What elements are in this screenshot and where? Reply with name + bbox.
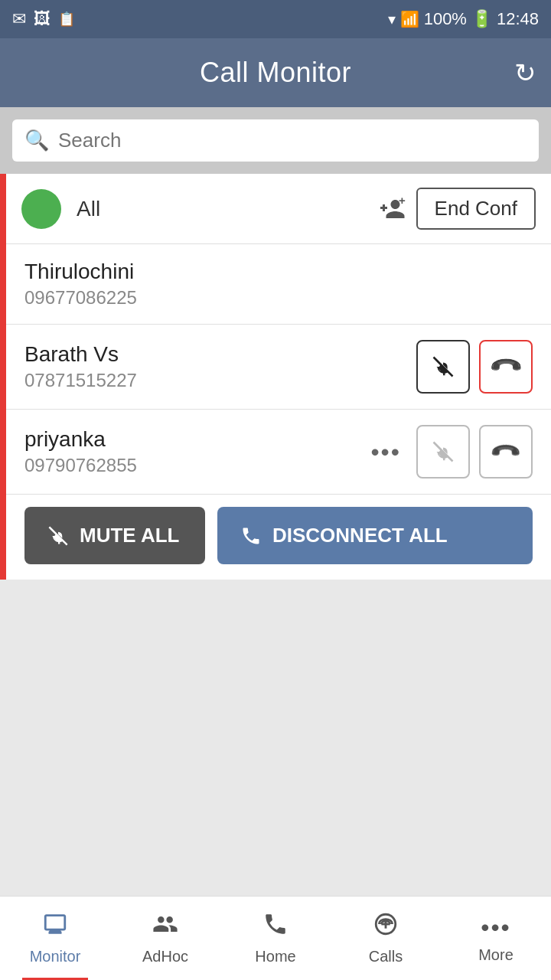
call-name-3: priyanka (24, 427, 370, 452)
disconnect-all-label: DISCONNECT ALL (272, 524, 448, 547)
wifi-icon: ▾ (388, 10, 396, 28)
hangup-button-2[interactable]: 📞 (479, 340, 533, 394)
call-actions-3: ••• 📞 (370, 425, 533, 479)
hangup-button-3[interactable]: 📞 (479, 425, 533, 479)
clock: 12:48 (497, 9, 539, 29)
call-actions-2: 📞 (416, 340, 533, 394)
call-info-3: priyanka 09790762855 (24, 427, 370, 476)
page-title: Call Monitor (200, 57, 351, 89)
search-input[interactable] (58, 129, 527, 152)
mute-all-label: MUTE ALL (80, 524, 179, 547)
calls-icon (373, 911, 399, 943)
nav-more-label: More (478, 946, 514, 964)
search-icon: 🔍 (24, 129, 49, 152)
nav-home[interactable]: Home (220, 897, 331, 980)
nav-adhoc-label: AdHoc (142, 948, 188, 965)
image-icon: 🖼 (34, 9, 51, 29)
log-icon: 📋 (58, 11, 75, 28)
conference-panel: All + End Conf Thirulochini 09677086225 … (0, 174, 551, 580)
adhoc-icon (152, 911, 178, 943)
call-number-2: 07871515227 (24, 370, 416, 391)
call-entry-thirulochini: Thirulochini 09677086225 (6, 244, 551, 325)
bottom-action-buttons: MUTE ALL DISCONNECT ALL (6, 495, 551, 580)
conf-header-actions: + End Conf (378, 188, 536, 230)
end-conf-button[interactable]: End Conf (416, 188, 536, 230)
nav-monitor-label: Monitor (30, 948, 81, 965)
nav-calls[interactable]: Calls (331, 897, 441, 980)
home-icon (262, 911, 289, 943)
call-name-1: Thirulochini (24, 260, 533, 284)
call-info-2: Barath Vs 07871515227 (24, 342, 416, 391)
nav-more[interactable]: ••• More (441, 897, 551, 980)
bottom-navigation: Monitor AdHoc Home Calls (0, 896, 551, 980)
nav-adhoc[interactable]: AdHoc (110, 897, 220, 980)
monitor-icon (42, 911, 68, 943)
call-name-2: Barath Vs (24, 342, 416, 367)
battery-icon: 🔋 (471, 9, 492, 29)
svg-text:+: + (399, 195, 406, 207)
more-options-button-3[interactable]: ••• (370, 438, 401, 466)
hangup-red-icon: 📞 (487, 348, 524, 385)
call-number-1: 09677086225 (24, 287, 533, 309)
app-header: Call Monitor ↻ (0, 38, 551, 107)
status-icons-right: ▾ 📶 100% 🔋 12:48 (388, 9, 539, 29)
search-container: 🔍 (0, 107, 551, 174)
active-status-dot (21, 189, 61, 229)
status-bar: ✉ 🖼 📋 ▾ 📶 100% 🔋 12:48 (0, 0, 551, 38)
conference-header: All + End Conf (6, 174, 551, 244)
nav-calls-label: Calls (369, 948, 403, 965)
call-number-3: 09790762855 (24, 455, 370, 476)
refresh-button[interactable]: ↻ (514, 57, 536, 88)
nav-home-label: Home (255, 948, 295, 965)
battery-percent: 100% (424, 9, 467, 29)
search-box: 🔍 (12, 119, 539, 162)
signal-icon: 📶 (400, 10, 419, 28)
call-entry-priyanka: priyanka 09790762855 ••• 📞 (6, 410, 551, 495)
mail-icon: ✉ (12, 9, 26, 29)
mute-all-button[interactable]: MUTE ALL (24, 507, 205, 564)
disconnect-all-button[interactable]: DISCONNECT ALL (217, 507, 533, 564)
mute-button-2[interactable] (416, 340, 470, 394)
more-icon: ••• (481, 913, 511, 942)
hangup-gray-icon: 📞 (489, 435, 523, 469)
all-label: All (77, 197, 378, 221)
nav-monitor[interactable]: Monitor (0, 897, 110, 980)
status-icons-left: ✉ 🖼 📋 (12, 9, 75, 29)
call-info-1: Thirulochini 09677086225 (24, 260, 533, 309)
call-entry-barath: Barath Vs 07871515227 📞 (6, 325, 551, 410)
mute-button-3[interactable] (416, 425, 470, 479)
add-participant-button[interactable]: + (378, 195, 406, 223)
